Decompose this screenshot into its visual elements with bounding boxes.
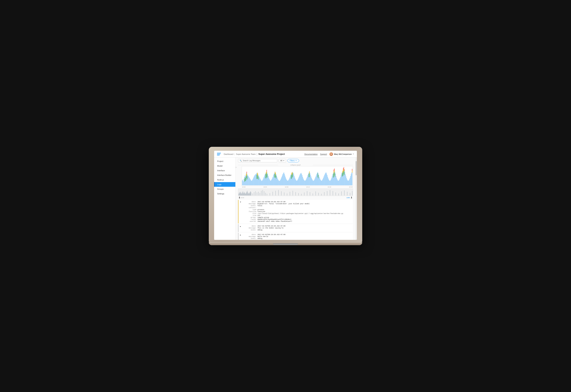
svg-rect-163 [331,179,331,185]
svg-rect-121 [308,175,308,185]
log-entry: ▶ date: 2017-02-02T09:26:50.432-07:00 me… [238,224,353,232]
svg-rect-4 [243,180,243,185]
svg-rect-240 [258,173,258,176]
svg-rect-325 [333,191,333,196]
svg-rect-260 [344,169,345,171]
sidebar-item-settings[interactable]: Settings [214,191,235,196]
svg-rect-158 [328,178,329,185]
svg-rect-262 [239,194,239,196]
collapse-graph-label[interactable]: collapse graph [238,164,353,166]
field-key-line: line [242,215,256,216]
svg-rect-286 [249,194,249,196]
log-list[interactable]: ▼ date: 2017-02-02T09:26:50.432-07:00 me… [236,199,355,240]
svg-rect-55 [271,180,271,185]
svg-rect-19 [251,181,251,185]
support-link[interactable]: Support [320,153,327,155]
svg-rect-26 [255,175,255,185]
svg-rect-254 [246,172,247,173]
sidebar: Project Model Interface Interface Builde… [214,157,236,240]
svg-rect-96 [294,174,294,185]
field-val-date: 2017-02-02T09:26:50.432-07:00 [257,225,286,227]
svg-rect-113 [303,179,303,185]
sidebar-item-interface-builder[interactable]: Interface Builder [214,173,235,178]
svg-rect-180 [340,177,341,185]
svg-rect-39 [262,181,262,185]
mini-chart[interactable] [238,189,353,196]
svg-rect-324 [330,190,330,196]
sidebar-item-interface[interactable]: Interface [214,168,235,173]
main-chart[interactable] [241,166,353,186]
sidebar-item-nodejs[interactable]: Node.js [214,178,235,182]
svg-rect-200 [351,172,352,185]
svg-rect-232 [342,173,342,177]
svg-rect-85 [288,181,288,185]
svg-rect-131 [313,181,314,185]
field-key-message: message: [242,203,256,205]
svg-rect-203 [245,177,245,181]
field-val-runid: 00000159fb7ba69ba0d51a43f97c20b98c3 [257,219,343,220]
filters-button[interactable]: Filters ▼ [287,159,299,162]
log-entry-fields: date: 2017-02-02T09:26:50.432-07:00 mess… [242,225,286,231]
svg-rect-197 [350,178,350,185]
svg-rect-41 [263,178,264,185]
svg-rect-278 [245,194,246,196]
svg-rect-115 [304,181,305,185]
svg-rect-265 [240,194,240,196]
svg-rect-289 [250,192,251,196]
scrollbar-track[interactable] [355,157,357,240]
svg-rect-277 [245,193,245,196]
svg-rect-328 [341,191,342,196]
search-input[interactable] [243,160,276,162]
svg-rect-101 [296,181,297,185]
range-end-label: LIVE [346,197,350,198]
svg-rect-81 [285,177,286,185]
svg-rect-38 [261,181,262,185]
svg-rect-117 [305,180,306,185]
sidebar-item-project[interactable]: Project [214,159,235,164]
svg-rect-42 [264,177,264,185]
svg-rect-275 [244,193,244,196]
sidebar-item-model[interactable]: Model [214,164,235,168]
svg-rect-25 [254,176,255,185]
svg-rect-149 [323,178,324,185]
user-menu[interactable]: M Mary McCreeperson ▼ [330,152,354,156]
log-expand-button[interactable]: ▶ [240,225,241,227]
logo[interactable] [217,152,222,156]
sidebar-item-logs[interactable]: Logs [214,182,235,187]
sidebar-item-groups[interactable]: Groups [214,187,235,191]
screen-bezel: Dashboard | Super Awesome Team | Super A… [209,147,362,242]
svg-rect-151 [324,175,325,185]
search-icon: 🔍 [240,160,242,162]
svg-rect-228 [333,174,333,178]
documentation-link[interactable]: Documentation [304,153,318,155]
field-key-runid: runId: [242,219,256,220]
scrollbar-thumb[interactable] [356,161,357,175]
svg-rect-266 [240,192,240,196]
svg-rect-247 [309,171,310,174]
log-expand-button[interactable]: ▶ [240,234,241,236]
svg-rect-27 [255,174,256,185]
log-expand-button[interactable]: ▼ [240,201,241,203]
svg-rect-322 [324,192,325,196]
svg-rect-192 [347,180,347,185]
svg-rect-37 [261,180,261,185]
svg-rect-77 [283,173,284,185]
svg-rect-330 [347,192,347,196]
svg-rect-280 [246,192,247,196]
breadcrumb-dashboard[interactable]: Dashboard [224,153,233,155]
x-label-0: 10:00 [242,186,245,188]
svg-rect-100 [296,180,296,185]
svg-rect-103 [298,180,298,185]
svg-rect-303 [270,193,270,196]
x-label-3: 10:12 [306,186,310,188]
svg-rect-164 [331,178,332,185]
log-entry: ▼ date: 2017-02-02T09:26:50.432-07:00 me… [238,200,353,224]
svg-rect-259 [344,167,344,169]
svg-rect-112 [303,177,303,185]
all-select[interactable]: All ▼ [279,159,286,162]
svg-rect-196 [349,179,349,185]
svg-rect-241 [266,172,266,174]
log-entry-header: ▼ date: 2017-02-02T09:26:50.432-07:00 me… [240,201,351,222]
svg-rect-255 [266,170,267,172]
breadcrumb-team[interactable]: Super Awesome Team [236,153,256,155]
